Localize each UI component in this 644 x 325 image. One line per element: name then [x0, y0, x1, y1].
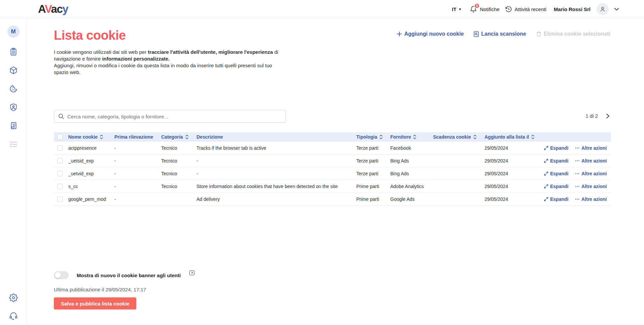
package-icon[interactable]	[9, 66, 18, 75]
column-header-label: Prima rilevazione	[114, 134, 153, 140]
row-checkbox-cell	[54, 184, 68, 189]
cell-nome-cookie: actppresence	[68, 145, 114, 151]
account-menu-toggle[interactable]	[614, 8, 619, 11]
search-input[interactable]	[67, 114, 281, 119]
cell-prima-rilevazione: -	[114, 145, 161, 151]
row-checkbox-cell	[54, 145, 68, 151]
description-line-2: Aggiungi, rimuovi o modifica i cookie da…	[54, 62, 279, 76]
more-actions-label: Altre azioni	[581, 196, 607, 202]
more-actions-button[interactable]: Altre azioni	[575, 184, 608, 189]
show-banner-toggle[interactable]	[54, 271, 69, 279]
column-header[interactable]: Fornitore	[390, 134, 433, 140]
expand-cell: Espandi	[544, 171, 575, 176]
sort-icon[interactable]	[531, 135, 534, 139]
cell-categoria: Tecnico	[161, 158, 196, 164]
column-header[interactable]: Aggiunto alla lista il	[485, 134, 544, 140]
add-cookie-label: Aggiungi nuovo cookie	[404, 31, 464, 37]
column-header-label: Fornitore	[390, 134, 411, 140]
more-actions-cell: Altre azioni	[575, 196, 611, 202]
expand-label: Espandi	[550, 158, 568, 164]
caret-down-icon: ▼	[458, 7, 462, 11]
column-header[interactable]: Prima rilevazione	[114, 134, 161, 140]
logo[interactable]: AVacy	[38, 3, 68, 15]
user-avatar[interactable]	[597, 3, 609, 15]
row-checkbox-cell	[54, 158, 68, 164]
more-actions-button[interactable]: Altre azioni	[575, 171, 608, 176]
page-title: Lista cookie	[54, 28, 126, 43]
cell-fornitore: Facebook	[390, 145, 433, 151]
expand-button[interactable]: Espandi	[544, 196, 572, 202]
sidebar-bottom	[0, 293, 27, 320]
checklist-icon[interactable]	[9, 140, 18, 149]
topbar-right: IT ▼ 5 Notifiche Attività recenti Mario …	[452, 0, 619, 18]
chevron-down-icon	[614, 8, 619, 11]
sort-icon[interactable]	[473, 135, 476, 139]
column-header-label: Nome cookie	[68, 134, 98, 140]
clipboard-icon[interactable]	[9, 47, 18, 56]
row-checkbox[interactable]	[57, 196, 63, 202]
dots-icon	[575, 184, 579, 188]
cookie-icon[interactable]	[9, 84, 18, 93]
row-checkbox[interactable]	[57, 184, 63, 189]
next-page-button[interactable]	[606, 113, 610, 119]
dots-icon	[575, 159, 579, 163]
search-icon	[58, 113, 64, 119]
privacy-shield-icon[interactable]	[9, 103, 18, 112]
support-headset-icon[interactable]	[9, 312, 18, 320]
expand-button[interactable]: Espandi	[544, 171, 572, 176]
expand-button[interactable]: Espandi	[544, 158, 572, 164]
cell-tipologia: Prime parti	[356, 184, 390, 189]
settings-gear-icon[interactable]	[9, 293, 18, 302]
cell-fornitore: Google Ads	[390, 196, 433, 202]
more-actions-button[interactable]: Altre azioni	[575, 158, 608, 164]
sort-icon[interactable]	[413, 135, 416, 139]
column-header[interactable]: Categoria	[161, 134, 196, 140]
cell-fornitore: Adobe Analytics	[390, 184, 433, 189]
save-publish-button[interactable]: Salva e pubblica lista cookie	[54, 297, 136, 310]
row-checkbox[interactable]	[57, 158, 63, 164]
more-actions-button[interactable]: Altre azioni	[575, 196, 608, 202]
expand-icon	[544, 172, 548, 176]
expand-label: Espandi	[550, 145, 568, 151]
more-actions-label: Altre azioni	[581, 184, 607, 189]
sidebar-avatar[interactable]: M	[7, 26, 20, 38]
expand-button[interactable]: Espandi	[544, 145, 572, 151]
row-checkbox[interactable]	[57, 171, 63, 176]
cell-nome-cookie: _uetvid_exp	[68, 171, 114, 176]
cell-prima-rilevazione: -	[114, 158, 161, 164]
row-checkbox[interactable]	[57, 145, 63, 151]
column-header[interactable]: Nome cookie	[68, 134, 114, 140]
launch-scan-label: Lancia scansione	[481, 31, 526, 37]
recent-activity-label: Attività recenti	[515, 6, 546, 12]
column-header[interactable]: Descrizione	[196, 134, 356, 140]
cell-prima-rilevazione: -	[114, 171, 161, 176]
help-tooltip-icon[interactable]: ?	[189, 270, 194, 275]
expand-cell: Espandi	[544, 196, 575, 202]
sort-icon[interactable]	[380, 135, 383, 139]
delete-selected-button[interactable]: Elimina cookie selezionati	[536, 31, 610, 37]
recent-activity-button[interactable]: Attività recenti	[505, 6, 546, 13]
select-all-checkbox[interactable]	[57, 134, 63, 140]
language-selector[interactable]: IT ▼	[452, 6, 462, 12]
more-actions-label: Altre azioni	[581, 145, 607, 151]
pagination-label: 1 di 2	[585, 113, 598, 119]
launch-scan-button[interactable]: Lancia scansione	[474, 31, 526, 37]
sort-icon[interactable]	[100, 135, 103, 139]
dots-icon	[575, 146, 579, 150]
expand-label: Espandi	[550, 184, 568, 189]
sort-icon[interactable]	[185, 135, 188, 139]
column-header[interactable]: Scadenza cookie	[433, 134, 485, 140]
more-actions-button[interactable]: Altre azioni	[575, 145, 608, 151]
cell-aggiunto-alla-lista: 29/05/2024	[485, 184, 544, 189]
add-cookie-button[interactable]: Aggiungi nuovo cookie	[397, 31, 464, 37]
person-icon	[599, 5, 606, 13]
toggle-knob	[55, 272, 61, 278]
cookie-report-icon[interactable]	[9, 121, 18, 130]
cell-categoria: Tecnico	[161, 145, 196, 151]
notifications-button[interactable]: 5 Notifiche	[470, 5, 499, 13]
account-name[interactable]: Mario Rossi Srl	[554, 6, 591, 12]
cell-descrizione: -	[196, 171, 356, 176]
last-published-text: Ultima pubblicazione il 29/05/2024, 17:1…	[54, 287, 146, 292]
column-header[interactable]: Tipologia	[356, 134, 390, 140]
expand-button[interactable]: Espandi	[544, 184, 572, 189]
